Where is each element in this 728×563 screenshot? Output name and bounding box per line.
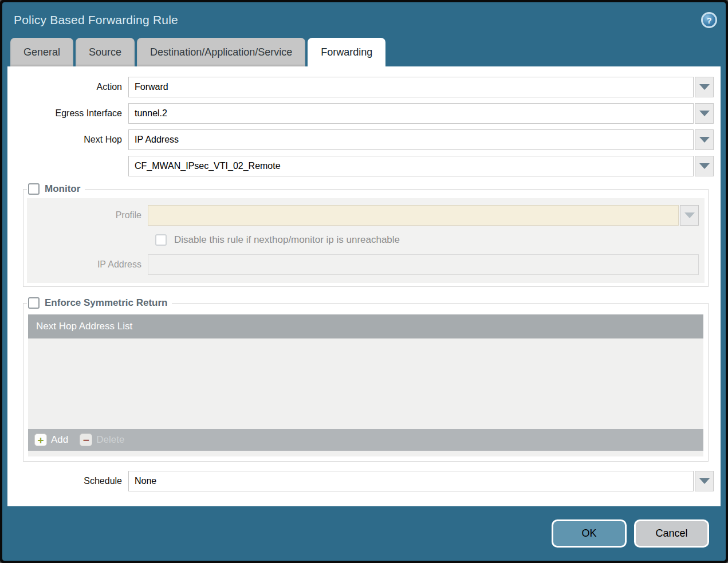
schedule-combo bbox=[128, 471, 714, 491]
tab-general[interactable]: General bbox=[10, 38, 73, 66]
next-hop-type-combo bbox=[128, 129, 714, 150]
screenshot-frame: Policy Based Forwarding Rule ? General S… bbox=[0, 0, 728, 563]
schedule-dropdown-button[interactable] bbox=[695, 471, 714, 491]
next-hop-row: Next Hop bbox=[7, 129, 714, 150]
next-hop-type-dropdown-button[interactable] bbox=[695, 129, 714, 150]
table-footer: + Add − Delete bbox=[28, 429, 703, 451]
dialog-footer: OK Cancel bbox=[2, 506, 726, 561]
plus-icon: + bbox=[34, 434, 47, 446]
monitor-panel: Profile Disable this rule if nexthop/mon… bbox=[27, 198, 705, 283]
add-button[interactable]: + Add bbox=[34, 434, 68, 446]
disable-rule-row: Disable this rule if nexthop/monitor ip … bbox=[155, 234, 699, 246]
pbf-rule-dialog: Policy Based Forwarding Rule ? General S… bbox=[2, 2, 726, 561]
monitor-ip-address-combo bbox=[148, 254, 699, 275]
schedule-input[interactable] bbox=[128, 471, 694, 491]
add-button-label: Add bbox=[51, 434, 68, 446]
action-dropdown-button[interactable] bbox=[695, 77, 714, 97]
next-hop-address-row bbox=[7, 156, 714, 176]
profile-row: Profile bbox=[27, 205, 699, 226]
next-hop-address-combo bbox=[128, 156, 714, 176]
chevron-down-icon bbox=[684, 212, 695, 218]
egress-interface-combo bbox=[128, 103, 714, 124]
delete-button-label: Delete bbox=[96, 434, 124, 446]
tab-source[interactable]: Source bbox=[76, 38, 135, 66]
chevron-down-icon bbox=[699, 478, 710, 484]
profile-dropdown-button bbox=[680, 205, 699, 226]
action-label: Action bbox=[7, 82, 128, 92]
next-hop-type-input[interactable] bbox=[128, 129, 694, 150]
monitor-legend-label: Monitor bbox=[45, 183, 80, 195]
egress-interface-input[interactable] bbox=[128, 103, 694, 124]
disable-rule-checkbox bbox=[155, 234, 167, 246]
ok-button[interactable]: OK bbox=[552, 519, 627, 548]
symmetric-return-legend: Enforce Symmetric Return bbox=[27, 297, 172, 309]
profile-input bbox=[148, 205, 679, 226]
next-hop-label: Next Hop bbox=[7, 135, 128, 145]
forwarding-tab-panel: Action Egress Interface Ne bbox=[7, 66, 721, 506]
chevron-down-icon bbox=[699, 84, 710, 90]
monitor-checkbox[interactable] bbox=[28, 183, 40, 195]
schedule-label: Schedule bbox=[7, 476, 128, 486]
next-hop-address-dropdown-button[interactable] bbox=[695, 156, 714, 176]
chevron-down-icon bbox=[699, 137, 710, 143]
action-input[interactable] bbox=[128, 77, 694, 97]
monitor-legend: Monitor bbox=[27, 183, 85, 195]
symmetric-return-legend-label: Enforce Symmetric Return bbox=[45, 297, 167, 309]
action-row: Action bbox=[7, 77, 714, 97]
symmetric-return-checkbox[interactable] bbox=[28, 297, 40, 309]
dialog-title: Policy Based Forwarding Rule bbox=[14, 13, 178, 27]
table-body[interactable] bbox=[28, 338, 703, 429]
chevron-down-icon bbox=[699, 163, 710, 169]
monitor-ip-address-label: IP Address bbox=[27, 259, 148, 270]
chevron-down-icon bbox=[699, 111, 710, 116]
help-icon[interactable]: ? bbox=[701, 12, 717, 28]
egress-interface-row: Egress Interface bbox=[7, 103, 714, 124]
symmetric-return-fieldset: Enforce Symmetric Return Next Hop Addres… bbox=[23, 297, 709, 462]
monitor-ip-address-row: IP Address bbox=[27, 254, 699, 275]
action-combo bbox=[128, 77, 714, 97]
table-bottom-strip bbox=[28, 451, 703, 456]
egress-interface-dropdown-button[interactable] bbox=[695, 103, 714, 124]
schedule-row: Schedule bbox=[7, 471, 714, 491]
minus-icon: − bbox=[80, 434, 92, 446]
dialog-titlebar: Policy Based Forwarding Rule ? bbox=[2, 2, 726, 38]
delete-button: − Delete bbox=[80, 434, 124, 446]
disable-rule-label: Disable this rule if nexthop/monitor ip … bbox=[174, 234, 400, 246]
egress-interface-label: Egress Interface bbox=[7, 108, 128, 119]
profile-combo bbox=[148, 205, 699, 226]
table-header: Next Hop Address List bbox=[28, 314, 703, 338]
tab-forwarding[interactable]: Forwarding bbox=[308, 38, 385, 66]
profile-label: Profile bbox=[27, 210, 148, 221]
monitor-ip-address-input bbox=[148, 254, 699, 275]
monitor-fieldset: Monitor Profile Disable bbox=[23, 183, 709, 287]
next-hop-address-input[interactable] bbox=[128, 156, 694, 176]
tab-bar: General Source Destination/Application/S… bbox=[2, 38, 726, 66]
tab-destination-application-service[interactable]: Destination/Application/Service bbox=[137, 38, 305, 66]
cancel-button[interactable]: Cancel bbox=[634, 519, 709, 548]
next-hop-address-list-table: Next Hop Address List + Add − Delete bbox=[28, 314, 703, 456]
